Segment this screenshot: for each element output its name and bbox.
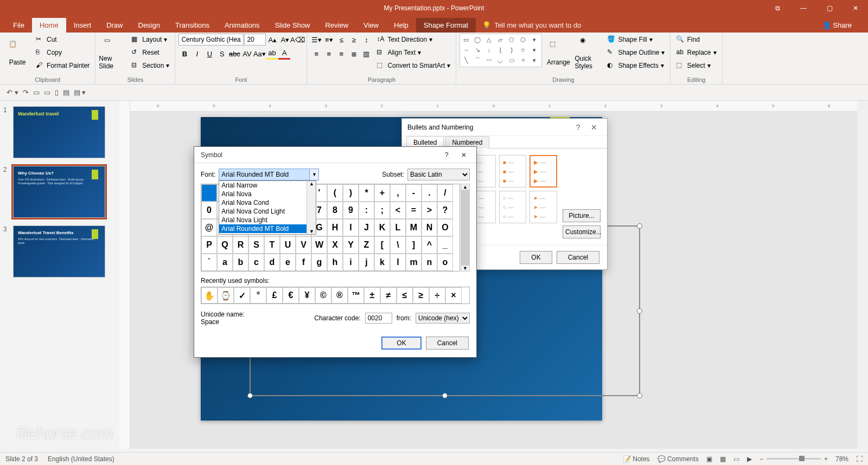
layout-button[interactable]: ▦Layout ▾ xyxy=(129,34,171,46)
view-sorter-icon[interactable]: ▦ xyxy=(720,455,726,463)
case-button[interactable]: Aa▾ xyxy=(253,48,265,60)
comments-button[interactable]: 💬 Comments xyxy=(658,455,699,463)
symbol-cell[interactable]: Y xyxy=(343,236,359,254)
tab-view[interactable]: View xyxy=(356,18,386,33)
picture-button[interactable]: Picture... xyxy=(563,209,601,222)
paste-button[interactable]: 📋 Paste xyxy=(3,34,31,73)
bullet-option[interactable]: ■—■—■— xyxy=(499,155,527,188)
view-reading-icon[interactable]: ▭ xyxy=(733,455,739,463)
symbol-cell[interactable]: = xyxy=(406,202,422,219)
symbol-cell[interactable]: a xyxy=(217,254,233,271)
view-slideshow-icon[interactable]: ▶ xyxy=(747,455,752,463)
align-center-button[interactable]: ≡ xyxy=(323,48,335,60)
symbol-cell[interactable]: : xyxy=(359,202,374,219)
tab-design[interactable]: Design xyxy=(131,18,168,33)
symbol-cell[interactable]: ` xyxy=(201,254,217,271)
line-spacing-button[interactable]: ↕ xyxy=(360,34,372,46)
underline-button[interactable]: U xyxy=(203,48,215,60)
symbol-cell[interactable]: [ xyxy=(374,236,390,254)
spacing-button[interactable]: AV xyxy=(241,48,253,60)
subset-select[interactable]: Basic Latin xyxy=(407,169,470,180)
symbol-cell[interactable]: Z xyxy=(359,236,374,254)
symbol-cell[interactable]: e xyxy=(280,254,296,271)
symbol-cell[interactable]: Q xyxy=(217,236,233,254)
symbol-cell[interactable]: * xyxy=(359,184,374,202)
shape-effects-button[interactable]: ◐Shape Effects ▾ xyxy=(605,60,667,72)
font-option[interactable]: Arial Nova Cond Light xyxy=(219,207,316,216)
recent-symbol[interactable]: ÷ xyxy=(429,287,445,303)
font-option[interactable]: Arial Nova Light xyxy=(219,216,316,224)
symbol-cell[interactable]: 9 xyxy=(343,202,359,219)
symbol-cell[interactable]: m xyxy=(406,254,422,271)
recent-symbol[interactable]: ± xyxy=(364,287,380,303)
italic-button[interactable]: I xyxy=(191,48,203,60)
symbol-cell[interactable]: 8 xyxy=(327,202,343,219)
symbol-cell[interactable]: b xyxy=(233,254,248,271)
language-indicator[interactable]: English (United States) xyxy=(48,455,114,463)
symbol-cell[interactable]: c xyxy=(248,254,264,271)
from-select[interactable]: Unicode (hex) xyxy=(416,313,470,324)
reset-button[interactable]: ↺Reset xyxy=(129,47,171,59)
tab-animations[interactable]: Animations xyxy=(217,18,267,33)
bullet-option[interactable]: ➤—➤—➤— xyxy=(529,191,557,223)
numbering-button[interactable]: ≡▾ xyxy=(323,34,335,46)
grid-scrollbar[interactable]: ▲▼ xyxy=(461,184,470,272)
symbol-cell[interactable]: > xyxy=(422,202,437,219)
tab-insert[interactable]: Insert xyxy=(66,18,99,33)
zoom-out-icon[interactable]: − xyxy=(760,455,763,463)
view-normal-icon[interactable]: ▣ xyxy=(706,455,712,463)
chevron-down-icon[interactable]: ▼ xyxy=(309,169,319,180)
symbol-cell[interactable]: _ xyxy=(437,236,453,254)
font-size-input[interactable] xyxy=(244,34,266,46)
select-button[interactable]: ⬚Select ▾ xyxy=(674,60,718,72)
cut-button[interactable]: ✂Cut xyxy=(34,34,92,46)
tab-help[interactable]: Help xyxy=(386,18,416,33)
symbol-cell[interactable]: P xyxy=(201,236,217,254)
bullet-option[interactable]: ○—○—○— xyxy=(499,191,527,223)
font-option[interactable]: Bahnschrift xyxy=(219,233,316,235)
bullets-button[interactable]: ☰▾ xyxy=(310,34,322,46)
thumbnail-3[interactable]: 3 Wanderlust Travel Benefits20% discount… xyxy=(3,225,116,277)
symbol-cell[interactable]: 0 xyxy=(201,202,217,219)
font-dropdown[interactable]: ▼ Arial Narrow Arial Nova Arial Nova Con… xyxy=(219,169,319,180)
zoom-slider[interactable]: − + xyxy=(760,455,828,463)
symbol-cell[interactable]: ( xyxy=(327,184,343,202)
maximize-button[interactable]: ▢ xyxy=(817,0,842,16)
highlight-button[interactable]: ab xyxy=(266,48,278,60)
quick-styles-button[interactable]: ◉Quick Styles xyxy=(575,34,603,73)
recent-symbol[interactable]: ≤ xyxy=(397,287,413,303)
font-option[interactable]: Arial Nova Cond xyxy=(219,198,316,207)
resize-handle[interactable] xyxy=(637,393,642,398)
charcode-input[interactable] xyxy=(365,313,392,324)
list-scrollbar[interactable]: ▲▼ xyxy=(307,181,316,234)
thumbnail-1[interactable]: 1 Wanderlust travel xyxy=(3,106,116,158)
symbol-cell[interactable]: ] xyxy=(406,236,422,254)
symbol-cell[interactable]: W xyxy=(311,236,327,254)
tab-review[interactable]: Review xyxy=(317,18,356,33)
format-painter-button[interactable]: 🖌Format Painter xyxy=(34,60,92,72)
symbol-cell[interactable]: K xyxy=(374,219,390,236)
increase-font-icon[interactable]: A▴ xyxy=(266,34,278,46)
symbol-cell[interactable]: - xyxy=(406,184,422,202)
help-button[interactable]: ? xyxy=(572,121,585,134)
symbol-cell[interactable]: I xyxy=(343,219,359,236)
close-button[interactable]: ✕ xyxy=(843,0,868,16)
symbol-cell[interactable]: T xyxy=(264,236,280,254)
font-option[interactable]: Arial Narrow xyxy=(219,181,316,190)
text-direction-button[interactable]: ↕AText Direction ▾ xyxy=(374,34,452,46)
decrease-font-icon[interactable]: A▾ xyxy=(279,34,291,46)
notes-button[interactable]: 📝 Notes xyxy=(623,455,650,463)
qat-item[interactable]: ▭ xyxy=(33,88,40,96)
symbol-cell[interactable]: @ xyxy=(201,219,217,236)
ok-button[interactable]: OK xyxy=(520,251,552,264)
fit-window-icon[interactable]: ⛶ xyxy=(856,455,863,463)
symbol-cell[interactable]: i xyxy=(343,254,359,271)
cancel-button[interactable]: Cancel xyxy=(557,251,599,264)
close-icon[interactable]: ✕ xyxy=(586,121,602,134)
customize-button[interactable]: Customize... xyxy=(563,225,601,238)
font-dropdown-list[interactable]: Arial Narrow Arial Nova Arial Nova Cond … xyxy=(219,180,316,235)
shape-outline-button[interactable]: ✎Shape Outline ▾ xyxy=(605,47,667,59)
symbol-cell[interactable]: \ xyxy=(390,236,406,254)
tab-shape-format[interactable]: Shape Format xyxy=(416,18,476,33)
bold-button[interactable]: B xyxy=(178,48,190,60)
